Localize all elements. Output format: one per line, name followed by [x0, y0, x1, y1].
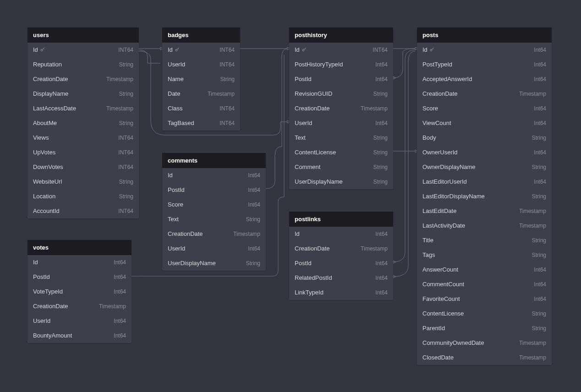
table-column[interactable]: PostIdInt64 [289, 72, 393, 87]
table-column[interactable]: IdInt64 [27, 255, 132, 270]
table-column[interactable]: UserIdInt64 [27, 314, 132, 328]
table-comments[interactable]: commentsIdInt64PostIdInt64ScoreInt64Text… [162, 153, 266, 271]
table-column[interactable]: LastEditorUserIdInt64 [417, 174, 552, 189]
table-column[interactable]: DownVotesINT64 [27, 160, 139, 174]
table-column[interactable]: ContentLicenseString [417, 306, 552, 321]
table-column[interactable]: CreationDateTimestamp [27, 299, 132, 314]
table-column[interactable]: IdInt64 [162, 168, 266, 183]
table-column[interactable]: LastEditDateTimestamp [417, 204, 552, 218]
table-column[interactable]: UserIdInt64 [289, 116, 393, 131]
table-title[interactable]: posts [417, 27, 552, 43]
table-column[interactable]: TitleString [417, 233, 552, 248]
column-type: Timestamp [208, 90, 235, 98]
column-name: Id [168, 46, 180, 54]
table-title[interactable]: users [27, 27, 139, 43]
table-posts[interactable]: postsIdInt64PostTypeIdInt64AcceptedAnswe… [417, 27, 552, 365]
table-column[interactable]: AcceptedAnswerIdInt64 [417, 72, 552, 87]
table-column[interactable]: IdInt64 [289, 227, 393, 241]
table-column[interactable]: DateTimestamp [162, 87, 240, 101]
table-votes[interactable]: votesIdInt64PostIdInt64VoteTypeIdInt64Cr… [27, 240, 132, 343]
column-name: LastEditDate [422, 207, 456, 215]
table-column[interactable]: VoteTypeIdInt64 [27, 284, 132, 299]
column-type: String [119, 178, 133, 185]
table-column[interactable]: CreationDateTimestamp [417, 87, 552, 101]
table-column[interactable]: IdINT64 [162, 43, 240, 57]
table-column[interactable]: TagsString [417, 248, 552, 262]
column-name: Body [422, 134, 436, 142]
table-column[interactable]: AboutMeString [27, 116, 139, 131]
table-column[interactable]: CommentCountInt64 [417, 277, 552, 292]
table-column[interactable]: ViewsINT64 [27, 131, 139, 145]
table-column[interactable]: CreationDateTimestamp [289, 101, 393, 116]
table-column[interactable]: CreationDateTimestamp [289, 241, 393, 256]
table-postlinks[interactable]: postlinksIdInt64CreationDateTimestampPos… [289, 212, 393, 300]
table-column[interactable]: RevisionGUIDString [289, 87, 393, 101]
table-column[interactable]: UpVotesINT64 [27, 145, 139, 160]
table-column[interactable]: UserIdINT64 [162, 57, 240, 72]
table-title[interactable]: votes [27, 240, 132, 255]
table-column[interactable]: LastAccessDateTimestamp [27, 101, 139, 116]
table-column[interactable]: TextString [162, 212, 266, 227]
table-column[interactable]: PostIdInt64 [289, 256, 393, 271]
table-column[interactable]: UserDisplayNameString [162, 256, 266, 271]
table-title[interactable]: badges [162, 27, 240, 43]
key-icon [38, 46, 45, 53]
table-column[interactable]: AccountIdINT64 [27, 204, 139, 218]
table-column[interactable]: CommunityOwnedDateTimestamp [417, 336, 552, 350]
column-type: Int64 [375, 274, 388, 282]
table-column[interactable]: ParentIdString [417, 321, 552, 336]
table-column[interactable]: IdINT64 [289, 43, 393, 57]
column-type: INT64 [118, 46, 133, 54]
table-column[interactable]: LinkTypeIdInt64 [289, 285, 393, 300]
table-title[interactable]: posthistory [289, 27, 393, 43]
table-column[interactable]: PostIdInt64 [162, 183, 266, 197]
table-column[interactable]: BountyAmountInt64 [27, 328, 132, 343]
table-column[interactable]: ClosedDateTimestamp [417, 350, 552, 365]
column-type: String [119, 61, 133, 68]
table-column[interactable]: LocationString [27, 189, 139, 204]
table-column[interactable]: DisplayNameString [27, 87, 139, 101]
table-column[interactable]: IdINT64 [27, 43, 139, 57]
table-column[interactable]: ReputationString [27, 57, 139, 72]
table-title[interactable]: postlinks [289, 212, 393, 227]
table-column[interactable]: CommentString [289, 160, 393, 174]
table-title[interactable]: comments [162, 153, 266, 168]
table-posthistory[interactable]: posthistoryIdINT64PostHistoryTypeIdInt64… [289, 27, 393, 189]
table-column[interactable]: LastEditorDisplayNameString [417, 189, 552, 204]
column-name: PostId [295, 260, 312, 267]
table-column[interactable]: CreationDateTimestamp [27, 72, 139, 87]
table-badges[interactable]: badgesIdINT64UserIdINT64NameStringDateTi… [162, 27, 240, 131]
table-column[interactable]: ScoreInt64 [417, 101, 552, 116]
table-column[interactable]: ContentLicenseString [289, 145, 393, 160]
table-column[interactable]: WebsiteUrlString [27, 174, 139, 189]
table-column[interactable]: PostHistoryTypeIdInt64 [289, 57, 393, 72]
table-users[interactable]: usersIdINT64ReputationStringCreationDate… [27, 27, 139, 218]
table-column[interactable]: IdInt64 [417, 43, 552, 57]
column-name: DisplayName [33, 90, 68, 98]
table-column[interactable]: CreationDateTimestamp [162, 227, 266, 241]
table-column[interactable]: TextString [289, 131, 393, 145]
column-type: Timestamp [519, 222, 546, 229]
table-column[interactable]: UserDisplayNameString [289, 174, 393, 189]
table-column[interactable]: ViewCountInt64 [417, 116, 552, 131]
table-column[interactable]: TagBasedINT64 [162, 116, 240, 131]
table-column[interactable]: LastActivityDateTimestamp [417, 218, 552, 233]
table-column[interactable]: OwnerUserIdInt64 [417, 145, 552, 160]
column-type: Timestamp [106, 76, 133, 83]
table-column[interactable]: OwnerDisplayNameString [417, 160, 552, 174]
table-column[interactable]: ScoreInt64 [162, 197, 266, 212]
column-name: OwnerDisplayName [422, 163, 476, 171]
table-column[interactable]: AnswerCountInt64 [417, 262, 552, 277]
column-type: String [532, 325, 546, 332]
table-column[interactable]: FavoriteCountInt64 [417, 292, 552, 306]
diagram-canvas[interactable]: usersIdINT64ReputationStringCreationDate… [0, 0, 581, 392]
column-type: Int64 [375, 120, 388, 127]
table-column[interactable]: RelatedPostIdInt64 [289, 271, 393, 285]
table-column[interactable]: PostIdInt64 [27, 270, 132, 284]
table-column[interactable]: ClassINT64 [162, 101, 240, 116]
table-column[interactable]: BodyString [417, 131, 552, 145]
table-column[interactable]: NameString [162, 72, 240, 87]
svg-marker-7 [393, 275, 396, 278]
table-column[interactable]: PostTypeIdInt64 [417, 57, 552, 72]
table-column[interactable]: UserIdInt64 [162, 241, 266, 256]
